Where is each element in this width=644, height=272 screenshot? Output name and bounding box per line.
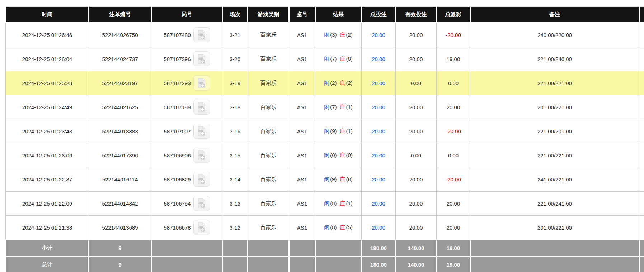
table-row[interactable]: 2024-12-25 01:21:38 522144013689 5871066… — [6, 216, 644, 240]
table-number: AS1 — [297, 56, 307, 62]
table-row[interactable]: 2024-12-25 01:23:06 522144017396 5871069… — [6, 143, 644, 167]
table-row[interactable]: 2024-12-25 01:25:28 522144023197 5871072… — [6, 71, 644, 95]
cell-bet-no: 522144021625 — [89, 95, 151, 119]
table-row[interactable]: 2024-12-25 01:24:49 522144021625 5871071… — [6, 95, 644, 119]
cell-valid-bet: 20.00 — [396, 23, 437, 47]
bet-time: 2024-12-25 01:24:49 — [22, 104, 72, 110]
grand-total-count: 9 — [89, 257, 151, 272]
remark-balance: 201.00/221.00 — [537, 104, 572, 110]
col-header-time: 时间 — [6, 7, 89, 23]
cell-result: 闲(9)庄(1) — [315, 119, 362, 143]
table-number: AS1 — [297, 128, 307, 134]
cell-session: 3-13 — [222, 192, 248, 216]
cell-time: 2024-12-25 01:23:43 — [6, 119, 89, 143]
cell-game-type: 百家乐 — [248, 192, 289, 216]
cell-game-no: 587106754 — [151, 192, 222, 216]
table-number: AS1 — [297, 32, 307, 38]
payout-amount: 0.00 — [448, 152, 459, 158]
video-replay-button[interactable] — [193, 51, 210, 66]
cell-extra — [639, 23, 644, 47]
cell-bet-no: 522144013689 — [89, 216, 151, 240]
cell-payout: -20.00 — [437, 23, 470, 47]
table-number: AS1 — [297, 225, 307, 231]
table-number: AS1 — [297, 200, 307, 207]
video-replay-button[interactable] — [193, 196, 210, 211]
banker-label: 庄 — [340, 80, 345, 86]
cell-game-type: 百家乐 — [248, 47, 289, 71]
bet-number: 522144023197 — [102, 80, 138, 86]
cell-payout: 20.00 — [437, 192, 470, 216]
bet-time: 2024-12-25 01:26:04 — [22, 56, 72, 62]
bet-records-table: 时间 注单编号 局号 场次 游戏类别 桌号 结果 总投注 有效投注 总派彩 备注… — [5, 6, 644, 272]
total-bet-amount: 20.00 — [372, 176, 385, 183]
cell-result: 闲(3)庄(2) — [315, 23, 362, 47]
video-file-icon — [196, 174, 207, 185]
cell-payout: 19.00 — [437, 47, 470, 71]
cell-total-bet: 20.00 — [362, 71, 396, 95]
col-header-game-type: 游戏类别 — [248, 7, 289, 23]
cell-result: 闲(8)庄(5) — [315, 216, 362, 240]
table-number: AS1 — [297, 80, 307, 86]
video-file-icon — [196, 78, 207, 88]
cell-remark: 240.00/220.00 — [470, 23, 639, 47]
cell-valid-bet: 20.00 — [396, 47, 437, 71]
game-type: 百家乐 — [260, 32, 277, 38]
video-replay-button[interactable] — [193, 124, 210, 139]
cell-game-no: 587107189 — [151, 95, 222, 119]
bet-number: 522144024737 — [102, 56, 138, 62]
table-number: AS1 — [297, 176, 307, 183]
player-label: 闲 — [324, 104, 329, 110]
table-row[interactable]: 2024-12-25 01:22:37 522144016114 5871068… — [6, 167, 644, 192]
col-header-game-no: 局号 — [151, 7, 222, 23]
cell-game-no: 587106829 — [151, 167, 222, 192]
cell-extra — [639, 119, 644, 143]
bet-records-panel: 时间 注单编号 局号 场次 游戏类别 桌号 结果 总投注 有效投注 总派彩 备注… — [0, 0, 644, 272]
valid-bet-amount: 20.00 — [409, 32, 423, 38]
cell-extra — [639, 95, 644, 119]
video-replay-button[interactable] — [193, 75, 210, 91]
game-number: 587106754 — [164, 200, 191, 207]
cell-game-type: 百家乐 — [248, 216, 289, 240]
remark-balance: 221.00/221.00 — [537, 80, 572, 86]
cell-table-no: AS1 — [289, 119, 315, 143]
video-replay-button[interactable] — [193, 100, 210, 115]
cell-game-no: 587107007 — [151, 119, 222, 143]
table-row[interactable]: 2024-12-25 01:26:04 522144024737 5871073… — [6, 47, 644, 71]
subtotal-total-bet: 180.00 — [362, 240, 396, 257]
cell-table-no: AS1 — [289, 143, 315, 167]
table-row[interactable]: 2024-12-25 01:23:43 522144018883 5871070… — [6, 119, 644, 143]
col-header-bet-no: 注单编号 — [89, 7, 151, 23]
payout-amount: 20.00 — [447, 225, 460, 231]
session-number: 3-13 — [230, 200, 240, 207]
valid-bet-amount: 0.00 — [411, 152, 421, 158]
cell-extra — [639, 192, 644, 216]
player-points: (7) — [330, 56, 337, 62]
cell-payout: 0.00 — [437, 71, 470, 95]
video-file-icon — [196, 222, 207, 233]
valid-bet-amount: 0.00 — [411, 80, 421, 86]
bet-time: 2024-12-25 01:22:09 — [22, 200, 72, 207]
table-row[interactable]: 2024-12-25 01:26:46 522144026750 5871074… — [6, 23, 644, 47]
player-points: (8) — [330, 200, 337, 206]
payout-amount: 20.00 — [447, 200, 460, 207]
bet-number: 522144016114 — [102, 176, 138, 183]
cell-payout: -20.00 — [437, 167, 470, 192]
payout-amount: 20.00 — [447, 104, 460, 110]
video-replay-button[interactable] — [193, 220, 210, 235]
banker-label: 庄 — [340, 56, 345, 62]
cell-remark: 221.00/221.00 — [470, 143, 639, 167]
bet-number: 522144021625 — [102, 104, 138, 110]
subtotal-count: 9 — [89, 240, 151, 257]
table-row[interactable]: 2024-12-25 01:22:09 522144014842 5871067… — [6, 192, 644, 216]
banker-points: (1) — [346, 200, 353, 206]
cell-game-type: 百家乐 — [248, 143, 289, 167]
cell-session: 3-19 — [222, 71, 248, 95]
cell-result: 闲(7)庄(8) — [315, 47, 362, 71]
cell-session: 3-20 — [222, 47, 248, 71]
player-label: 闲 — [324, 200, 329, 206]
video-replay-button[interactable] — [193, 148, 210, 163]
subtotal-payout: 19.00 — [437, 240, 470, 257]
video-replay-button[interactable] — [193, 172, 210, 187]
cell-remark: 221.00/221.00 — [470, 71, 639, 95]
video-replay-button[interactable] — [193, 27, 210, 42]
